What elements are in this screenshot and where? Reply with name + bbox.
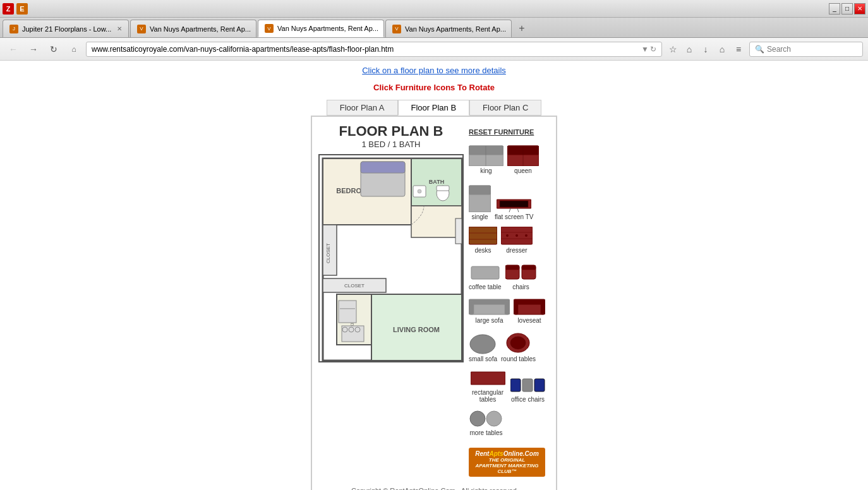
search-box[interactable]: 🔍 <box>749 42 863 57</box>
reset-furniture-button[interactable]: RESET FURNITURE <box>469 128 534 136</box>
address-bar[interactable]: ▼ ↻ <box>86 42 662 57</box>
maximize-button[interactable]: □ <box>841 3 853 15</box>
svg-rect-28 <box>469 146 503 155</box>
furniture-large-sofa[interactable]: large sofa <box>469 297 510 324</box>
top-notice-link[interactable]: Click on a floor plan to see more detail… <box>0 61 868 80</box>
download-icon[interactable]: ↓ <box>699 42 713 56</box>
more-tables-svg <box>469 409 503 428</box>
furniture-king[interactable]: king <box>469 142 503 174</box>
svg-rect-26 <box>455 218 462 244</box>
tab-favicon-1: J <box>9 25 18 33</box>
floor-tab-b[interactable]: Floor Plan B <box>398 100 470 116</box>
brand-logo-area: RentAptsOnline.Com THE ORIGINAL APARTMEN… <box>469 448 545 477</box>
refresh-small-icon: ↻ <box>650 45 656 54</box>
toolbar-icon-z: Z <box>3 3 14 15</box>
home-button[interactable]: ⌂ <box>66 41 82 57</box>
minimize-button[interactable]: _ <box>829 3 840 15</box>
furniture-loveseat[interactable]: loveseat <box>514 297 545 324</box>
furniture-chairs[interactable]: chairs <box>505 260 537 290</box>
new-tab-button[interactable]: + <box>513 20 531 37</box>
furniture-single[interactable]: single <box>469 181 491 220</box>
click-furniture-notice: Click Furniture Icons To Rotate <box>0 80 868 95</box>
large-sofa-svg <box>469 297 510 316</box>
tab-close-4[interactable]: ✕ <box>510 25 512 33</box>
svg-rect-39 <box>469 227 497 244</box>
desks-label: desks <box>474 247 491 254</box>
browser-tab-1[interactable]: J Jupiter 21 Floorplans - Low... ✕ <box>3 20 129 37</box>
coffee-table-svg <box>469 263 501 282</box>
large-sofa-label: large sofa <box>476 317 503 324</box>
forward-button[interactable]: → <box>25 41 42 57</box>
tv-svg <box>497 196 531 212</box>
furniture-desks[interactable]: desks <box>469 227 497 254</box>
svg-line-37 <box>509 208 510 212</box>
dresser-svg <box>501 227 533 246</box>
floor-plan-left: FLOOR PLAN B 1 BED / 1 BATH BEDROOM <box>318 123 464 365</box>
small-sofa-label: small sofa <box>469 356 497 362</box>
svg-text:CLOSET: CLOSET <box>344 283 365 289</box>
rect-tables-label: rectangular tables <box>469 389 507 403</box>
tab-label-3: Van Nuys Apartments, Rent Ap... <box>277 25 378 32</box>
furniture-office-chairs[interactable]: office chairs <box>510 376 545 403</box>
svg-point-45 <box>506 234 509 237</box>
svg-rect-8 <box>437 186 449 191</box>
svg-rect-4 <box>361 162 405 173</box>
chairs-svg <box>505 260 537 282</box>
svg-text:LIVING ROOM: LIVING ROOM <box>393 326 440 333</box>
copyright-text: Copyright © RentAptsOnline.Com - All rig… <box>312 482 556 490</box>
home-icon2[interactable]: ⌂ <box>682 42 696 56</box>
tab-close-1[interactable]: ✕ <box>115 25 124 33</box>
svg-rect-52 <box>522 265 536 270</box>
office-chairs-label: office chairs <box>511 396 545 403</box>
tab-favicon-4: V <box>392 25 401 33</box>
furniture-small-sofa[interactable]: small sofa <box>469 330 497 362</box>
browser-tab-4[interactable]: V Van Nuys Apartments, Rent Ap... ✕ <box>385 20 512 37</box>
rect-tables-svg <box>471 369 505 388</box>
floor-plan-svg[interactable]: BEDROOM BATH <box>318 154 464 362</box>
furniture-coffee-table[interactable]: coffee table <box>469 263 502 290</box>
furniture-round-tables[interactable]: round tables <box>501 330 536 362</box>
back-button[interactable]: ← <box>5 41 21 57</box>
svg-point-61 <box>470 335 495 354</box>
svg-rect-60 <box>541 302 545 314</box>
toolbar-icon-e: E <box>16 3 28 15</box>
king-svg <box>469 142 503 166</box>
furniture-queen[interactable]: queen <box>507 142 539 174</box>
floor-plan-tabs: Floor Plan A Floor Plan B Floor Plan C <box>327 100 542 116</box>
star-icon[interactable]: ☆ <box>666 42 680 56</box>
single-label: single <box>471 213 488 220</box>
floor-tab-a[interactable]: Floor Plan A <box>327 100 398 116</box>
content-floor-wrap: FLOOR PLAN B 1 BED / 1 BATH BEDROOM <box>0 116 868 490</box>
menu-icon[interactable]: ≡ <box>732 42 745 56</box>
office-chairs-svg <box>510 376 545 395</box>
svg-rect-58 <box>514 299 545 304</box>
chairs-label: chairs <box>512 284 529 290</box>
svg-rect-54 <box>469 299 510 304</box>
dresser-label: dresser <box>506 247 527 254</box>
svg-point-69 <box>486 411 502 426</box>
furniture-rect-tables[interactable]: rectangular tables <box>469 369 507 403</box>
svg-rect-22 <box>340 308 355 309</box>
svg-text:BATH: BATH <box>429 179 444 185</box>
tab-close-3[interactable]: ✕ <box>382 24 384 33</box>
tab-close-2[interactable]: ✕ <box>255 25 256 33</box>
furniture-more-tables[interactable]: more tables <box>469 409 503 436</box>
svg-rect-50 <box>505 265 519 270</box>
search-input[interactable] <box>767 45 862 54</box>
floor-tab-c[interactable]: Floor Plan C <box>469 100 541 116</box>
loveseat-svg <box>514 297 545 316</box>
search-icon: 🔍 <box>755 45 764 54</box>
address-input[interactable] <box>92 45 641 54</box>
svg-point-46 <box>515 234 518 237</box>
browser-tab-2[interactable]: V Van Nuys Apartments, Rent Ap... ✕ <box>130 20 256 37</box>
close-button[interactable]: ✕ <box>854 3 865 15</box>
furniture-dresser[interactable]: dresser <box>501 227 533 254</box>
tab-label-2: Van Nuys Apartments, Rent Ap... <box>150 25 251 33</box>
svg-rect-36 <box>500 201 528 207</box>
home-icon3[interactable]: ⌂ <box>715 42 729 56</box>
browser-tab-3[interactable]: V Van Nuys Apartments, Rent Ap... ✕ <box>258 20 384 37</box>
svg-point-63 <box>510 337 526 349</box>
nav-bar: ← → ↻ ⌂ ▼ ↻ ☆ ⌂ ↓ ⌂ ≡ 🔍 <box>0 38 868 61</box>
furniture-tv[interactable]: flat screen TV <box>495 196 534 220</box>
refresh-button[interactable]: ↻ <box>45 41 62 57</box>
